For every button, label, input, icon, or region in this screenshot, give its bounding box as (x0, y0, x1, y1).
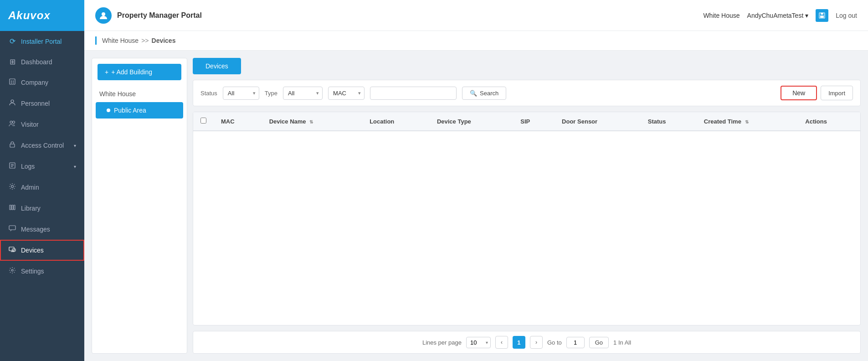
sidebar-item-dashboard[interactable]: ⊞ Dashboard (0, 52, 84, 72)
personnel-icon (8, 99, 16, 108)
building-item-white-house[interactable]: White House (92, 86, 187, 102)
body-layout: + + Add Building White House Public Area… (84, 51, 868, 361)
mac-select[interactable]: MAC (328, 87, 365, 100)
svg-rect-23 (821, 13, 823, 15)
svg-rect-8 (10, 144, 15, 147)
col-mac: MAC (214, 112, 262, 131)
status-select-wrap: All Online Offline (223, 87, 259, 100)
logs-icon (8, 162, 16, 171)
mac-search-input[interactable] (370, 87, 457, 100)
sidebar-item-label: Installer Portal (21, 38, 62, 45)
svg-point-20 (11, 269, 13, 271)
sidebar-item-messages[interactable]: Messages (0, 219, 84, 240)
svg-point-7 (13, 121, 15, 124)
import-label: Import (828, 90, 845, 97)
mac-select-wrap: MAC (328, 87, 365, 100)
col-status-label: Status (648, 118, 666, 125)
add-building-button[interactable]: + + Add Building (98, 64, 181, 80)
sidebar-item-label: Access Control (21, 142, 64, 149)
header-user[interactable]: AndyChuAmetaTest ▾ (747, 12, 809, 19)
sidebar-item-label: Dashboard (21, 58, 52, 66)
filter-right: New Import (781, 86, 853, 100)
lines-per-page-label: Lines per page (422, 339, 462, 346)
sidebar-item-access-control[interactable]: Access Control ▾ (0, 135, 84, 156)
logout-button[interactable]: Log out (836, 12, 857, 19)
total-label: 1 In All (613, 339, 631, 346)
sidebar-logo: Akuvox (0, 0, 84, 31)
type-select[interactable]: All Indoor Outdoor (283, 87, 323, 100)
select-all-checkbox[interactable] (200, 118, 206, 124)
go-label: Go (595, 339, 603, 346)
sidebar-item-library[interactable]: Library (0, 198, 84, 219)
svg-rect-3 (11, 83, 12, 83)
save-icon[interactable] (816, 9, 828, 22)
sidebar-item-label: Visitor (21, 121, 39, 128)
import-button[interactable]: Import (821, 86, 853, 100)
breadcrumb-indicator (95, 36, 97, 45)
tab-bar: Devices (193, 58, 861, 74)
svg-rect-4 (13, 83, 14, 83)
created-time-sort-icon[interactable]: ⇅ (745, 119, 749, 124)
settings-icon (8, 267, 16, 276)
area-name: Public Area (114, 107, 146, 114)
status-label: Status (200, 90, 217, 97)
col-sip: SIP (513, 112, 555, 131)
sidebar-item-devices[interactable]: Devices (0, 240, 84, 261)
tab-devices[interactable]: Devices (193, 58, 241, 74)
sidebar-item-label: Devices (21, 247, 44, 254)
search-label: Search (480, 90, 498, 97)
sidebar-item-label: Company (21, 79, 48, 86)
new-button[interactable]: New (781, 86, 817, 100)
col-device-type: Device Type (430, 112, 513, 131)
sidebar-item-settings[interactable]: Settings (0, 261, 84, 282)
svg-point-5 (11, 100, 14, 103)
col-checkbox (193, 112, 214, 131)
sidebar-item-installer-portal[interactable]: ⟳ Installer Portal (0, 31, 84, 52)
device-name-sort-icon[interactable]: ⇅ (309, 119, 313, 124)
search-button[interactable]: 🔍 Search (462, 87, 506, 100)
sidebar-item-logs[interactable]: Logs ▾ (0, 156, 84, 177)
top-header: Property Manager Portal White House Andy… (84, 0, 868, 31)
area-item-public-area[interactable]: Public Area (96, 102, 183, 119)
col-door-sensor: Door Sensor (555, 112, 641, 131)
status-select[interactable]: All Online Offline (223, 87, 259, 100)
svg-rect-14 (10, 205, 11, 210)
main-content: Property Manager Portal White House Andy… (84, 0, 868, 361)
lines-per-page-select-wrap: 10 20 50 100 (466, 337, 491, 348)
col-actions-label: Actions (805, 118, 827, 125)
goto-input[interactable] (566, 337, 585, 348)
access-control-icon (8, 141, 16, 150)
sidebar-item-company[interactable]: Company (0, 72, 84, 93)
next-page-button[interactable]: › (530, 336, 543, 349)
goto-button[interactable]: Go (589, 337, 609, 348)
col-device-name: Device Name ⇅ (262, 112, 363, 131)
search-icon: 🔍 (470, 90, 477, 97)
next-icon: › (535, 339, 537, 346)
user-chevron-icon: ▾ (805, 12, 808, 19)
sidebar-item-admin[interactable]: Admin (0, 177, 84, 198)
svg-rect-17 (9, 226, 15, 230)
sidebar-item-label: Messages (21, 226, 50, 233)
devices-table-container: MAC Device Name ⇅ Location (193, 112, 861, 325)
visitor-icon (8, 120, 16, 129)
admin-icon (8, 183, 16, 192)
svg-rect-24 (820, 15, 824, 18)
svg-point-13 (11, 186, 14, 188)
content-area: White House >> Devices + + Add Building … (84, 31, 868, 361)
portal-title: Property Manager Portal (117, 11, 202, 20)
svg-point-21 (102, 12, 105, 16)
col-device-name-label: Device Name (269, 118, 306, 125)
pagination-bar: Lines per page 10 20 50 100 ‹ 1 (193, 331, 861, 354)
sidebar-item-visitor[interactable]: Visitor (0, 114, 84, 135)
col-sip-label: SIP (520, 118, 530, 125)
page-1-button[interactable]: 1 (513, 336, 525, 349)
lines-per-page-select[interactable]: 10 20 50 100 (466, 337, 491, 348)
breadcrumb-parent: White House (102, 37, 139, 44)
svg-rect-1 (11, 81, 12, 82)
prev-page-button[interactable]: ‹ (495, 336, 508, 349)
portal-avatar (95, 7, 112, 24)
sidebar-item-personnel[interactable]: Personnel (0, 93, 84, 114)
type-label: Type (265, 90, 277, 97)
col-status: Status (641, 112, 697, 131)
col-location: Location (362, 112, 430, 131)
